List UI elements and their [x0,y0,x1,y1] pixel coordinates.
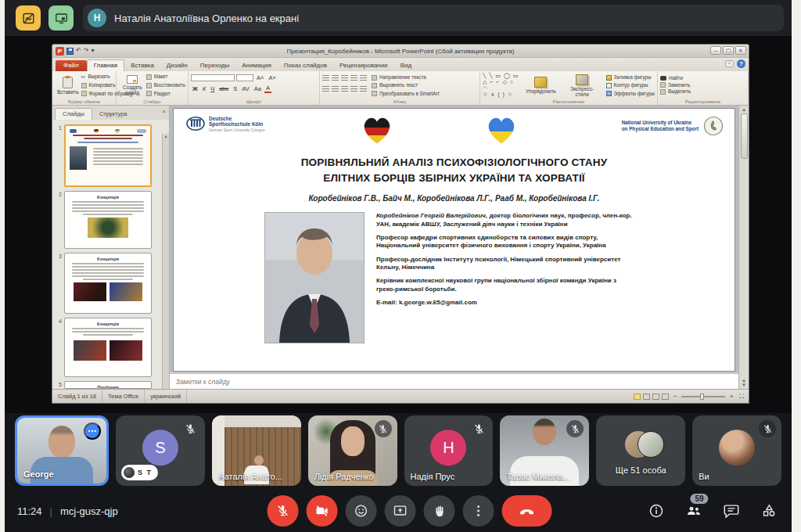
tab-home[interactable]: Главная [87,59,124,71]
indent-less-icon[interactable] [341,75,348,81]
text-direction-button[interactable]: Направление текста [372,74,439,81]
tab-animations[interactable]: Анимация [235,60,278,71]
presenting-banner[interactable]: Н Наталія Анатоліївна Орленко на екрані [83,5,784,31]
present-button[interactable] [385,495,416,527]
font-size-input[interactable] [236,74,253,81]
layout-button[interactable]: Макет [146,74,185,81]
speaker-bio[interactable]: Коробейніков Георгій Валерійович, доктор… [376,212,636,343]
replace-button[interactable]: Заменить [660,82,745,89]
slideshow-view-button[interactable] [662,394,669,400]
participant-tile-nadia[interactable]: Н Надія Прус [404,415,494,486]
powerpoint-window[interactable]: P ↶ ↷ ▾ Презентация_Коробейников - Micro… [52,44,749,404]
quick-styles-button[interactable]: Экспресс-стили [562,73,602,98]
close-button[interactable]: ✕ [735,46,746,55]
tab-file[interactable]: Файл [56,60,87,71]
slide-canvas[interactable]: Deutsche Sporthochschule Köln German Spo… [173,108,735,372]
activities-button[interactable] [760,502,778,519]
shape-effects-button[interactable]: Эффекты фигуры [606,91,655,98]
align-text-button[interactable]: Выровнять текст [372,82,439,89]
change-case-button[interactable]: Aa [253,85,263,92]
thumb-4-preview[interactable]: Концепція [64,318,152,377]
align-center-icon[interactable] [332,86,339,92]
participant-tile-overflow[interactable]: Ще 51 особа [596,415,685,486]
text-shadow-button[interactable]: S [232,85,239,92]
slide-thumbnail-4[interactable]: 4 Концепція [54,318,166,377]
align-right-icon[interactable] [341,86,348,92]
chat-panel-button[interactable] [723,502,740,519]
window-controls[interactable]: – ▢ ✕ [710,46,746,55]
overlay-video-off-button[interactable] [16,5,41,31]
arrange-button[interactable]: Упорядочить [523,73,559,98]
underline-button[interactable]: Ч [209,85,216,92]
thumbnail-scrollbar[interactable]: ▲ [162,134,169,389]
participant-tile-natalia[interactable]: Наталія Анато... [212,415,301,486]
zoom-out-button[interactable]: − [671,393,679,400]
thumb-2-preview[interactable]: Концепція [64,191,152,249]
raise-hand-button[interactable] [424,495,455,527]
thumb-scroll-up-icon[interactable]: ▲ [164,134,168,138]
slide-thumbnail-1[interactable]: 1 [54,124,166,187]
align-left-icon[interactable] [322,86,329,92]
slide-thumbnail-2[interactable]: 2 Концепція [54,191,166,249]
slide-authors[interactable]: Коробейніков Г.В., Байч М., Коробейніков… [174,194,735,203]
tile-options-button[interactable] [84,422,101,440]
tab-view[interactable]: Вид [394,60,418,71]
select-button[interactable]: Выделить [660,88,745,95]
strikethrough-button[interactable]: abc [217,85,230,92]
panel-close-icon[interactable]: × [162,108,166,115]
smartart-button[interactable]: Преобразовать в SmartArt [372,91,439,98]
shapes-row-1[interactable]: ╲ ╲ ▭ ◯ ▭ [483,73,519,79]
thumb-3-preview[interactable]: Концепція [64,253,152,314]
zoom-in-button[interactable]: + [727,393,735,400]
reactions-button[interactable] [346,495,377,527]
shapes-row-2[interactable]: △ ⌐ ⌐ ◇ ○ ◠ [483,79,519,92]
font-color-button[interactable]: А [264,84,271,93]
normal-view-button[interactable] [634,394,641,400]
numbering-icon[interactable] [332,75,339,81]
camera-toggle-button[interactable] [307,495,338,527]
char-spacing-button[interactable]: AV [240,85,250,92]
tab-slideshow[interactable]: Показ слайдов [278,60,333,71]
shape-fill-button[interactable]: Заливка фигуры [606,74,655,81]
more-options-button[interactable] [463,495,494,527]
participant-tile-lidia[interactable]: Лідія Радченко [308,415,397,486]
indent-more-icon[interactable] [350,75,357,81]
participant-tile-taras[interactable]: Тарас Микола... [500,415,589,486]
columns-icon[interactable] [360,86,367,92]
tab-insert[interactable]: Вставка [124,60,160,71]
minimize-button[interactable]: – [710,46,721,55]
slide-title[interactable]: ПОРІВНЯЛЬНИЙ АНАЛІЗ ПСИХОФІЗІОЛОГІЧНОГО … [174,155,735,185]
ppt-title-bar[interactable]: P ↶ ↷ ▾ Презентация_Коробейников - Micro… [52,45,749,58]
find-button[interactable]: Найти [660,75,745,82]
reading-view-button[interactable] [652,394,659,400]
overlay-screenshare-button[interactable] [48,5,74,31]
shapes-row-3[interactable]: ☆ ∧ ( ) ☆ [483,92,519,98]
collapse-ribbon-icon[interactable]: ^ [725,60,734,67]
slide-sorter-view-button[interactable] [643,394,650,400]
notes-pane[interactable]: Заметки к слайду [170,372,738,389]
participant-tile-you[interactable]: Ви [692,415,781,486]
line-spacing-icon[interactable] [360,75,367,81]
thumb-1-preview[interactable] [64,124,152,187]
participant-tile-st[interactable]: S S T [116,415,205,486]
new-slide-button[interactable]: Создать слайд [119,73,146,98]
thumb-5-preview[interactable]: Проблема [64,381,152,389]
panel-tab-outline[interactable]: Структура [92,109,135,120]
grow-font-icon[interactable]: A˄ [255,74,265,81]
scrollbar-thumb[interactable] [741,113,748,159]
tab-transitions[interactable]: Переходы [194,60,236,71]
tab-design[interactable]: Дизайн [160,60,194,71]
slide-scrollbar[interactable]: ▲ ▲ ▼ [738,106,749,389]
maximize-button[interactable]: ▢ [723,46,734,55]
reset-button[interactable]: Восстановить [146,82,185,89]
slide-thumbnail-3[interactable]: 3 Концепція [54,253,166,314]
shrink-font-icon[interactable]: A˅ [267,74,277,81]
zoom-slider[interactable] [681,396,725,397]
bullets-icon[interactable] [322,75,329,81]
meeting-details-button[interactable] [648,502,665,519]
justify-icon[interactable] [350,86,357,92]
shapes-gallery[interactable]: ╲ ╲ ▭ ◯ ▭ △ ⌐ ⌐ ◇ ○ ◠ ☆ ∧ ( ) ☆ [483,73,519,98]
mic-toggle-button[interactable] [268,495,299,527]
zoom-slider-thumb[interactable] [700,394,704,400]
italic-button[interactable]: К [201,85,207,92]
